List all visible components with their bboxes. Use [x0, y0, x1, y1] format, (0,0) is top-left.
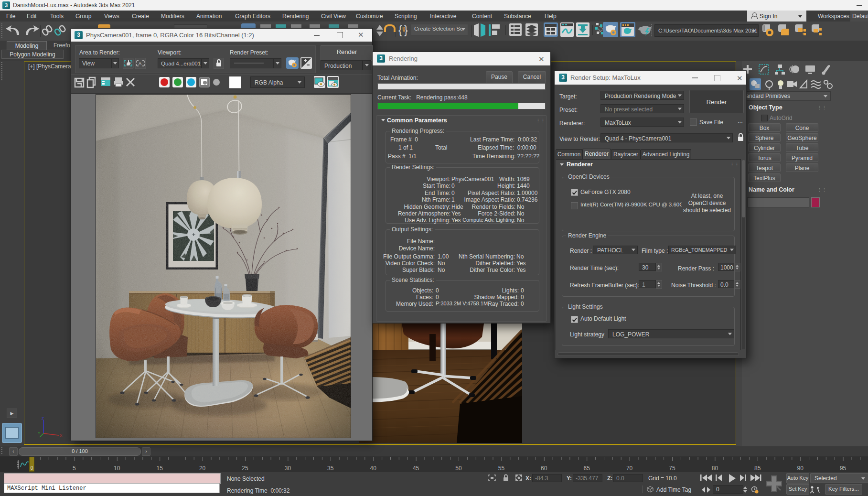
svg-text:95: 95 [840, 465, 847, 472]
svg-text:25: 25 [242, 465, 248, 472]
svg-text:A: A [139, 61, 141, 66]
svg-text:70: 70 [626, 465, 633, 472]
svg-text:Y: Y [38, 431, 41, 435]
svg-text:90: 90 [797, 465, 804, 472]
svg-text:10: 10 [114, 465, 120, 472]
svg-text:60: 60 [541, 465, 547, 472]
svg-text:30: 30 [285, 465, 291, 472]
svg-text:5: 5 [73, 465, 76, 472]
svg-text:80: 80 [712, 465, 718, 472]
svg-text:50: 50 [455, 465, 462, 472]
svg-text:15: 15 [157, 465, 163, 472]
svg-text:35: 35 [327, 465, 334, 472]
svg-text:75: 75 [669, 465, 675, 472]
svg-text:20: 20 [199, 465, 206, 472]
svg-text:X: X [60, 433, 63, 438]
svg-text:85: 85 [754, 465, 761, 472]
svg-text:65: 65 [584, 465, 590, 472]
svg-text:45: 45 [413, 465, 419, 472]
svg-text:Z: Z [42, 416, 44, 421]
svg-text:55: 55 [498, 465, 505, 472]
svg-text:40: 40 [370, 465, 377, 472]
